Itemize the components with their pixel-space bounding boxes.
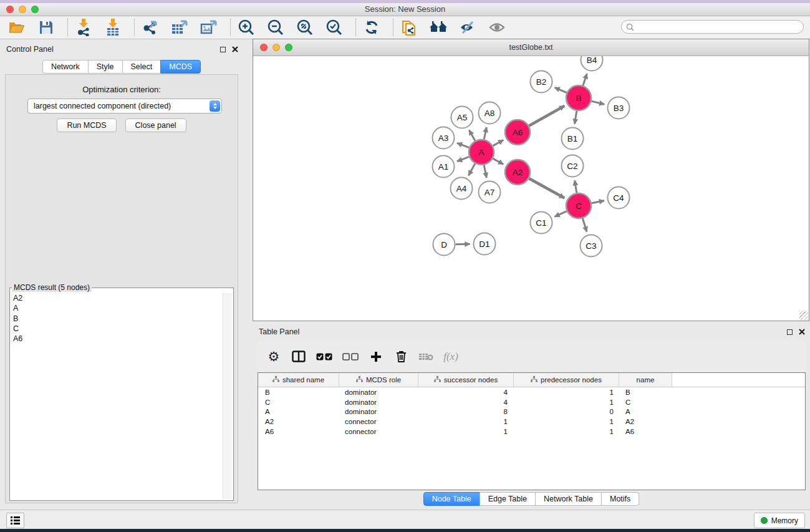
gear-icon[interactable]: ⚙	[266, 349, 281, 365]
list-item[interactable]: A2	[11, 293, 222, 303]
graph-edge[interactable]	[529, 106, 564, 126]
graph-edge[interactable]	[457, 157, 469, 161]
table-cell[interactable]: B	[619, 389, 672, 396]
tab-motifs[interactable]: Motifs	[601, 492, 639, 506]
table-cell[interactable]: 1	[514, 389, 619, 396]
zoom-selected-icon[interactable]	[325, 18, 344, 37]
zoom-fit-icon[interactable]	[296, 18, 314, 37]
delete-table-icon[interactable]	[418, 349, 433, 365]
graph-edge[interactable]	[592, 201, 604, 203]
table-cell[interactable]: C	[258, 399, 339, 406]
table-cell[interactable]: 0	[514, 408, 619, 415]
close-window-button[interactable]	[6, 6, 14, 13]
table-cell[interactable]: 1	[514, 428, 619, 435]
table-row[interactable]: A2connector11A2	[258, 417, 805, 427]
graph-edge[interactable]	[484, 165, 486, 178]
graph-edge[interactable]	[554, 211, 566, 217]
minimize-window-button[interactable]	[19, 6, 26, 13]
import-table-icon[interactable]	[104, 18, 122, 37]
zoom-in-icon[interactable]	[237, 18, 256, 37]
show-panels-button[interactable]	[6, 513, 24, 528]
table-cell[interactable]: dominator	[339, 408, 418, 415]
column-header[interactable]: predecessor nodes	[514, 373, 619, 387]
delete-column-icon[interactable]	[393, 349, 408, 365]
close-panel-button[interactable]: Close panel	[125, 118, 186, 132]
table-cell[interactable]: A6	[619, 428, 672, 435]
table-cell[interactable]: A2	[619, 418, 672, 425]
run-mcds-button[interactable]: Run MCDS	[57, 118, 116, 132]
deselect-all-icon[interactable]	[342, 349, 359, 365]
table-cell[interactable]: A	[258, 408, 339, 415]
close-panel-icon[interactable]	[799, 329, 805, 335]
table-cell[interactable]: A2	[258, 418, 339, 425]
column-header[interactable]: name	[619, 373, 672, 387]
graph-edge[interactable]	[555, 87, 567, 92]
show-eye-icon[interactable]	[488, 18, 506, 37]
duplicate-network-icon[interactable]	[400, 18, 418, 37]
import-network-icon[interactable]	[74, 18, 93, 37]
column-header[interactable]: successor nodes	[418, 373, 514, 387]
graph-edge[interactable]	[484, 127, 486, 139]
table-cell[interactable]: A	[619, 408, 672, 415]
graph-edge[interactable]	[493, 158, 503, 164]
column-header[interactable]: MCDS role	[339, 373, 418, 387]
list-item[interactable]: A	[11, 303, 222, 313]
refresh-icon[interactable]	[362, 18, 381, 37]
table-cell[interactable]: 4	[418, 389, 514, 396]
graph-edge[interactable]	[575, 111, 577, 124]
graph-edge[interactable]	[575, 180, 577, 193]
function-builder-icon[interactable]: f(x)	[443, 349, 458, 365]
table-cell[interactable]: 8	[418, 408, 514, 415]
graph-edge[interactable]	[582, 218, 587, 232]
hide-graphics-icon[interactable]	[458, 18, 477, 37]
list-item[interactable]: B	[11, 314, 222, 324]
optimization-criterion-dropdown[interactable]: largest connected component (directed)	[27, 99, 222, 114]
export-image-icon[interactable]	[200, 18, 218, 37]
graph-edge[interactable]	[469, 130, 475, 141]
table-cell[interactable]: connector	[339, 428, 418, 435]
close-window-button[interactable]	[260, 44, 268, 51]
zoom-out-icon[interactable]	[266, 18, 285, 37]
table-cell[interactable]: dominator	[339, 389, 418, 396]
tab-select[interactable]: Select	[122, 60, 162, 74]
tab-edge-table[interactable]: Edge Table	[480, 492, 536, 506]
table-cell[interactable]: 1	[514, 399, 619, 406]
float-panel-icon[interactable]	[220, 47, 226, 52]
select-all-icon[interactable]	[316, 349, 332, 365]
table-cell[interactable]: 4	[418, 399, 514, 406]
tab-network[interactable]: Network	[42, 60, 89, 74]
tab-mcds[interactable]: MCDS	[160, 60, 201, 74]
search-field[interactable]	[621, 20, 804, 34]
list-item[interactable]: C	[11, 324, 222, 334]
list-item[interactable]: A6	[11, 334, 222, 344]
graph-edge[interactable]	[468, 163, 475, 175]
table-cell[interactable]: B	[258, 389, 339, 396]
open-file-icon[interactable]	[7, 18, 26, 37]
table-cell[interactable]: dominator	[339, 399, 418, 406]
table-cell[interactable]: 1	[418, 428, 514, 435]
home-icon[interactable]	[429, 18, 448, 37]
zoom-window-button[interactable]	[31, 6, 39, 13]
table-cell[interactable]: connector	[339, 418, 418, 425]
column-icon[interactable]	[291, 349, 306, 365]
resize-grip[interactable]	[799, 311, 808, 320]
table-row[interactable]: Adominator80A	[258, 407, 805, 417]
export-network-icon[interactable]	[141, 18, 160, 37]
graph-edge[interactable]	[583, 74, 587, 85]
table-row[interactable]: Cdominator41C	[258, 397, 805, 407]
table-cell[interactable]: A6	[258, 428, 339, 435]
graph-edge[interactable]	[457, 143, 469, 147]
table-cell[interactable]: 1	[418, 418, 514, 425]
zoom-window-button[interactable]	[285, 44, 292, 51]
close-panel-icon[interactable]	[232, 46, 238, 52]
table-cell[interactable]: 1	[514, 418, 619, 425]
export-table-icon[interactable]	[170, 18, 189, 37]
memory-button[interactable]: Memory	[754, 513, 805, 528]
add-column-icon[interactable]	[369, 349, 383, 365]
save-session-icon[interactable]	[37, 18, 55, 37]
result-scrollbar[interactable]	[223, 293, 232, 499]
table-row[interactable]: Bdominator41B	[258, 387, 805, 397]
search-input[interactable]	[637, 22, 803, 32]
tab-node-table[interactable]: Node Table	[423, 492, 480, 506]
tab-network-table[interactable]: Network Table	[535, 492, 602, 506]
